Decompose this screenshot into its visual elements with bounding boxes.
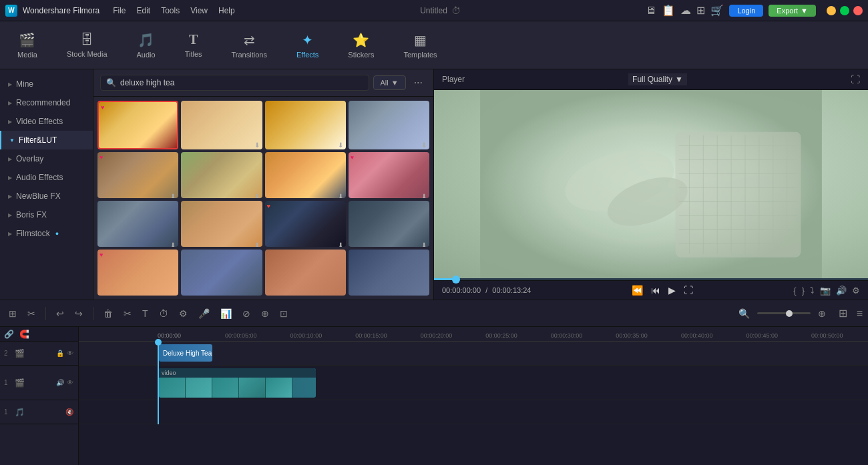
more-options-button[interactable]: ···	[410, 75, 427, 90]
mark-out-icon[interactable]: }	[802, 286, 805, 296]
frame-back-button[interactable]: ⏮	[651, 285, 660, 296]
menu-help[interactable]: Help	[218, 6, 235, 15]
effect-card-portrait-lut[interactable]: ♥ ⬇ Portrait LUT Pack Filter...	[265, 201, 346, 247]
track-vol-button[interactable]: 🔊	[55, 378, 65, 387]
heart-icon: ♥	[351, 154, 354, 161]
effect-card-golden-mountains[interactable]: ⬇ Golden Mountains	[265, 152, 346, 198]
effect-card-row4b[interactable]	[181, 250, 262, 296]
seek-thumb[interactable]	[452, 276, 460, 284]
menu-view[interactable]: View	[190, 6, 208, 15]
panel-item-audio-effects[interactable]: ▶ Audio Effects	[0, 168, 93, 187]
adjust-button[interactable]: ⚙	[176, 306, 191, 322]
snapshot-icon[interactable]: 📷	[820, 286, 831, 296]
timeline-tool-select[interactable]: ⊞	[5, 306, 20, 322]
download-icon: ⬇	[254, 242, 260, 247]
settings-icon[interactable]: ⚙	[852, 286, 860, 296]
effect-card-dusted-rose[interactable]: ♥ ⬇ Dusted Rose	[349, 152, 429, 198]
zoom-out-button[interactable]: 🔍	[735, 306, 753, 322]
panel-item-mine[interactable]: ▶ Mine	[0, 75, 93, 93]
export-button[interactable]: Export▼	[769, 5, 816, 17]
filter-clip[interactable]: Deluxe High Tea	[159, 344, 212, 362]
effect-card-deluxe-high-tea[interactable]: ♥ Deluxe High Tea	[97, 101, 178, 149]
zoom-in-button[interactable]: ⊕	[815, 306, 829, 322]
timeline-tool-razor[interactable]: ✂	[24, 306, 39, 322]
quality-selector[interactable]: Full Quality ▼	[628, 73, 687, 85]
toolbar-templates[interactable]: ▦ Templates	[397, 28, 443, 63]
minimize-button[interactable]	[827, 6, 836, 15]
track-lock-button[interactable]: 🔒	[55, 349, 65, 358]
layout-grid-button[interactable]: ⊞	[839, 307, 847, 320]
effect-card-row4d[interactable]	[349, 250, 429, 296]
panel-item-recommended[interactable]: ▶ Recommended	[0, 93, 93, 112]
effect-card-row4c[interactable]	[265, 250, 346, 296]
login-button[interactable]: Login	[729, 5, 763, 17]
effect-card-magazine-cover[interactable]: ⬇ Magazine Cover 01	[97, 201, 178, 247]
panel-item-filmstock[interactable]: ▶ Filmstock ●	[0, 224, 93, 243]
video-clip[interactable]: video	[159, 368, 316, 398]
effect-card-travel-chic[interactable]: ⬇ Travel Chic Overlay 1	[181, 201, 262, 247]
track-button[interactable]: 📊	[217, 306, 235, 322]
effect-card-cold-mountains[interactable]: ⬇ Cold Mountains	[349, 101, 429, 149]
effect-card-exquisite-cakes[interactable]: ⬇ Exquisite Cakes	[265, 101, 346, 149]
menu-tools[interactable]: Tools	[161, 6, 180, 15]
mark-in-icon[interactable]: {	[793, 286, 796, 296]
ruler-mark: 00:00:35:00	[616, 332, 648, 339]
track-hide-button2[interactable]: 👁	[66, 378, 74, 387]
monitor-icon[interactable]: 🖥	[646, 5, 656, 17]
effect-card-fresh-sushi[interactable]: ⬇ Fresh Sushi	[181, 152, 262, 198]
insert-icon[interactable]: ⤵	[810, 286, 815, 296]
toolbar-stock-media[interactable]: 🗄 Stock Media	[60, 28, 114, 62]
seek-bar[interactable]	[434, 278, 868, 280]
panel-item-video-effects[interactable]: ▶ Video Effects	[0, 112, 93, 131]
delete-button[interactable]: 🗑	[100, 306, 116, 322]
playhead[interactable]	[158, 342, 159, 424]
toolbar-effects[interactable]: ✦ Effects	[290, 28, 325, 63]
effect-card-magnificent-mountains[interactable]: ⬇ Magnificent Mountai...	[349, 201, 429, 247]
grid-icon[interactable]: ⊞	[696, 4, 705, 17]
effect-card-row4a[interactable]: ♥	[97, 250, 178, 296]
zoom-slider[interactable]	[757, 312, 811, 314]
panel-item-overlay[interactable]: ▶ Overlay	[0, 149, 93, 168]
cut-button[interactable]: ✂	[120, 306, 135, 322]
panel-item-boris-fx[interactable]: ▶ Boris FX	[0, 205, 93, 224]
text-button[interactable]: T	[139, 306, 152, 322]
snap-button[interactable]: 🧲	[19, 330, 29, 339]
bookmark-icon[interactable]: 📋	[662, 4, 675, 17]
toolbar-transitions[interactable]: ⇄ Transitions	[225, 28, 274, 63]
panel-item-newblue-fx[interactable]: ▶ NewBlue FX	[0, 187, 93, 205]
toolbar-audio[interactable]: 🎵 Audio	[130, 28, 162, 63]
insert2-button[interactable]: ⊕	[258, 306, 272, 322]
transitions-label: Transitions	[232, 51, 267, 59]
undo-button[interactable]: ↩	[53, 306, 67, 322]
chevron-icon: ▶	[8, 212, 12, 218]
toolbar-stickers[interactable]: ⭐ Stickers	[341, 28, 381, 63]
effect-card-seaside-high-tea[interactable]: ⬇ Seaside High Tea	[181, 101, 262, 149]
voice-button[interactable]: 🎤	[195, 306, 213, 322]
filter-dropdown[interactable]: All ▼	[373, 75, 406, 90]
menu-file[interactable]: File	[113, 6, 126, 15]
play-button[interactable]: ▶	[668, 285, 676, 296]
expand-icon[interactable]: ⛶	[851, 74, 860, 85]
track-hide-button[interactable]: 👁	[66, 349, 74, 358]
volume-icon[interactable]: 🔊	[836, 286, 847, 296]
split-button[interactable]: ⊘	[239, 306, 254, 322]
fullscreen-button[interactable]: ⛶	[684, 285, 693, 296]
panel-toggle-button[interactable]: ≡	[857, 308, 863, 320]
timeline-tracks-area[interactable]: 00:00:00 00:00:05:00 00:00:10:00 00:00:1…	[79, 327, 868, 465]
effect-card-oak-buff[interactable]: ♥ ⬇ Oak Buff	[97, 152, 178, 198]
link-tracks-button[interactable]: 🔗	[4, 330, 14, 339]
cloud-icon[interactable]: ☁	[680, 4, 691, 17]
duration-button[interactable]: ⏱	[156, 306, 172, 322]
search-input[interactable]	[120, 78, 363, 87]
rewind-button[interactable]: ⏪	[632, 285, 643, 296]
panel-item-filter-lut[interactable]: ▼ Filter&LUT	[0, 131, 93, 149]
toolbar-titles[interactable]: T Titles	[178, 28, 209, 62]
placeholder-button[interactable]: ⊡	[276, 306, 291, 322]
menu-edit[interactable]: Edit	[137, 6, 151, 15]
maximize-button[interactable]	[840, 6, 849, 15]
close-button[interactable]	[853, 6, 863, 15]
redo-button[interactable]: ↪	[71, 306, 86, 322]
toolbar-media[interactable]: 🎬 Media	[11, 28, 44, 63]
track-mute-button[interactable]: 🔇	[65, 408, 74, 416]
cart-icon[interactable]: 🛒	[710, 4, 724, 17]
